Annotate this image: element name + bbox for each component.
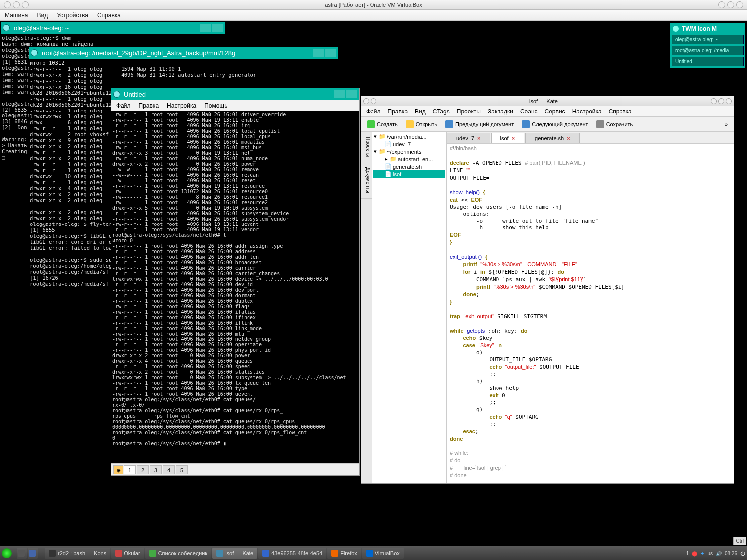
kate-titlebar[interactable]: lsof — Kate (361, 96, 734, 106)
menu-machine[interactable]: Машина (5, 12, 28, 19)
tree-file[interactable]: 📄 generate.sh (373, 163, 445, 170)
menu-file[interactable]: Файл (366, 108, 381, 115)
menu-tools[interactable]: Сервис (545, 108, 565, 115)
more-icon[interactable]: » (722, 120, 731, 129)
prev-doc-button[interactable]: Предыдущий документ (442, 119, 517, 130)
tray-icon[interactable]: ✦ (700, 551, 704, 556)
show-desktop-icon[interactable] (28, 548, 38, 559)
menu-view[interactable]: Вид (37, 12, 48, 19)
tree-file[interactable]: 📄 udev_7 (373, 140, 445, 148)
next-doc-button[interactable]: Следующий документ (519, 119, 591, 130)
win-close-icon[interactable] (736, 1, 743, 8)
win-close-icon[interactable] (726, 98, 732, 104)
konsole-titlebar[interactable]: Untitled (111, 88, 359, 100)
clock[interactable]: 08:26 (725, 551, 737, 556)
close-icon[interactable]: × (477, 135, 480, 141)
menu-settings[interactable]: Настройка (167, 102, 196, 109)
min-icon[interactable] (13, 1, 20, 8)
tray-icon[interactable]: ⬤ (692, 551, 697, 556)
close-icon[interactable] (4, 1, 11, 8)
taskbar-item[interactable]: Firefox (327, 548, 361, 559)
win-min-icon[interactable] (718, 1, 725, 8)
tab-lsof[interactable]: lsof× (491, 133, 525, 143)
max-icon[interactable] (346, 90, 357, 98)
menu-help[interactable]: Справка (97, 12, 121, 19)
menu-help[interactable]: Помощь (204, 102, 227, 109)
max-icon[interactable] (371, 98, 376, 104)
menu-view[interactable]: Вид (415, 108, 426, 115)
max-icon[interactable] (22, 1, 29, 8)
menu-ctags[interactable]: CTags (433, 108, 450, 115)
side-projects[interactable]: Проекты (361, 132, 372, 162)
konsole-output[interactable]: -rw-r--r-- 1 root root 4096 Май 26 16:01… (111, 111, 359, 463)
taskbar-item[interactable]: lsof — Kate (212, 548, 257, 559)
tab-3[interactable]: 3 (150, 465, 162, 474)
konsole-window[interactable]: Untitled Файл Правка Настройка Помощь -r… (111, 88, 360, 476)
tab-4[interactable]: 4 (163, 465, 175, 474)
side-documents[interactable]: Документы (361, 162, 372, 199)
kate-tree[interactable]: ▾📁 /var/run/media... 📄 udev_7 ▾📁 ~/exper… (372, 132, 447, 483)
win-min-icon[interactable] (711, 98, 717, 104)
menu-edit[interactable]: Правка (388, 108, 408, 115)
menu-help[interactable]: Справка (609, 108, 632, 115)
close-icon[interactable]: × (512, 135, 515, 141)
open-button[interactable]: Открыть (403, 119, 440, 130)
menu-file[interactable]: Файл (116, 102, 131, 109)
min-icon[interactable] (200, 24, 211, 32)
menu-projects[interactable]: Проекты (457, 108, 481, 115)
menu-settings[interactable]: Настройка (572, 108, 602, 115)
kate-tabs[interactable]: udev_7× lsof× generate.sh× (447, 132, 734, 144)
taskbar-item[interactable]: r2d2 : bash — Kons (45, 548, 110, 559)
kate-window[interactable]: lsof — Kate Файл Правка Вид CTags Проект… (361, 96, 734, 484)
taskbar-item[interactable]: 43e96255-48fe-4e54 (258, 548, 326, 559)
terminal-1-titlebar[interactable]: oleg@astra-oleg: ~ (1, 22, 225, 34)
kate-editor[interactable]: #!/bin/bash declare -A OPENED_FILES # pa… (447, 144, 734, 483)
tree-folder[interactable]: ▾📁 ~/experiments (373, 148, 445, 155)
kate-menu[interactable]: Файл Правка Вид CTags Проекты Закладки С… (361, 106, 734, 117)
min-icon[interactable] (334, 90, 345, 98)
menu-session[interactable]: Сеанс (520, 108, 538, 115)
konsole-menu[interactable]: Файл Правка Настройка Помощь (111, 100, 359, 111)
tab-udev[interactable]: udev_7× (447, 133, 490, 143)
save-button[interactable]: Сохранить (593, 119, 636, 130)
taskbar-item[interactable]: VirtualBox (362, 548, 404, 559)
kate-side-tabs[interactable]: Проекты Документы (361, 132, 372, 483)
taskbar-item[interactable]: Список собеседник (145, 548, 212, 559)
max-icon[interactable] (212, 24, 223, 32)
max-icon[interactable] (325, 49, 336, 57)
tab-5[interactable]: 5 (176, 465, 188, 474)
twm-item[interactable]: root@astra-oleg: /media (672, 46, 744, 55)
tree-folder[interactable]: ▸📁 autostart_en... (373, 155, 445, 163)
tab-generate[interactable]: generate.sh× (525, 133, 580, 143)
kate-toolbar[interactable]: Создать Открыть Предыдущий документ След… (361, 117, 734, 132)
win-max-icon[interactable] (727, 1, 734, 8)
close-icon[interactable] (363, 98, 369, 104)
twm-title[interactable]: TWM Icon M (672, 24, 744, 33)
menu-bookmarks[interactable]: Закладки (488, 108, 513, 115)
tab-1[interactable]: 1 (124, 465, 136, 474)
host-taskbar[interactable]: r2d2 : bash — KonsOkularСписок собеседни… (0, 546, 747, 560)
twm-item[interactable]: oleg@astra-oleg: ~ (672, 35, 744, 44)
pager-icon[interactable] (17, 548, 27, 559)
new-tab-icon[interactable]: ⊕ (113, 465, 123, 474)
keyboard-layout[interactable]: us (707, 551, 713, 556)
system-tray[interactable]: 1 ⬤ ✦ us 🔊 08:26 ⏻ (686, 551, 745, 556)
min-icon[interactable] (313, 49, 324, 57)
menu-edit[interactable]: Правка (139, 102, 159, 109)
twm-item[interactable]: Untitled (672, 57, 744, 66)
tree-folder[interactable]: ▾📁 /var/run/media... (373, 133, 445, 140)
start-button[interactable] (2, 548, 12, 558)
close-icon[interactable]: × (567, 135, 570, 141)
win-max-icon[interactable] (718, 98, 724, 104)
tree-file-active[interactable]: 📄 lsof (373, 170, 445, 178)
konsole-tabs[interactable]: ⊕ 1 2 3 4 5 (111, 463, 359, 475)
volume-icon[interactable]: 🔊 (716, 551, 722, 556)
vbox-menu[interactable]: Машина Вид Устройства Справка (0, 10, 747, 21)
session-icon[interactable]: ⏻ (740, 551, 745, 556)
twm-icon-manager[interactable]: TWM Icon M oleg@astra-oleg: ~ root@astra… (670, 23, 745, 68)
tab-2[interactable]: 2 (137, 465, 149, 474)
new-button[interactable]: Создать (364, 119, 401, 130)
terminal-2-titlebar[interactable]: root@astra-oleg: /media/sf_29gb/DP_right… (29, 47, 338, 59)
menu-devices[interactable]: Устройства (57, 12, 88, 19)
taskbar-item[interactable]: Okular (111, 548, 144, 559)
